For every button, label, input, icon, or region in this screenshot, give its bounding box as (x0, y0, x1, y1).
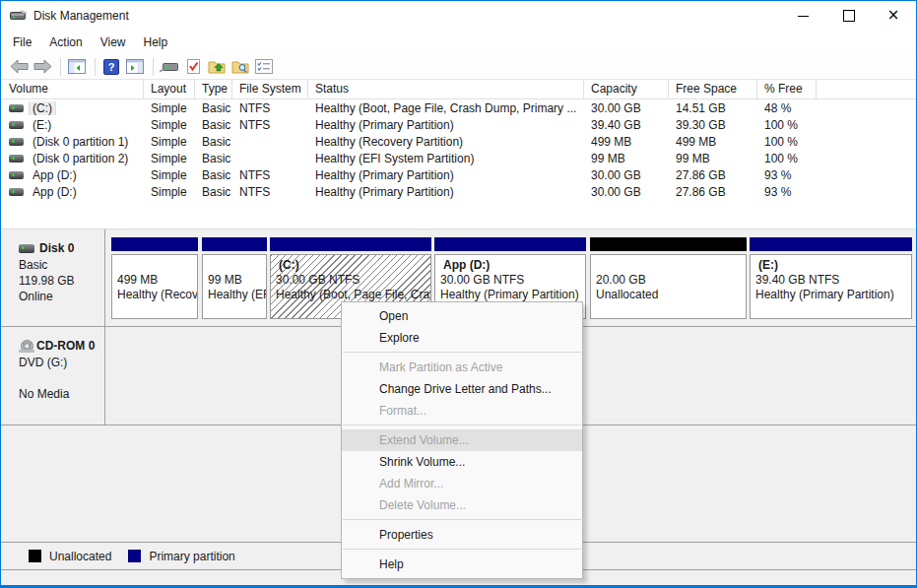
menu-item-explore[interactable]: Explore (342, 327, 582, 349)
cell-capacity: 30.00 GB (584, 101, 669, 115)
partition-name: App (D:) (440, 258, 585, 273)
column-header-capacity[interactable]: Capacity (584, 80, 669, 98)
cell-pct-free: 100 % (757, 118, 817, 132)
column-header-type[interactable]: Type (195, 80, 232, 98)
cell-pct-free: 93 % (757, 185, 817, 199)
cell-pct-free: 100 % (757, 152, 817, 165)
cell-pct-free: 100 % (757, 135, 817, 149)
menu-bar: FileActionViewHelp (1, 31, 916, 54)
legend-swatch (128, 550, 141, 562)
legend-item: Primary partition (128, 550, 234, 563)
column-header-file-system[interactable]: File System (232, 80, 308, 98)
cell-status: Healthy (Recovery Partition) (308, 135, 584, 149)
cell-type: Basic (195, 101, 232, 115)
partition-size: 499 MB (117, 273, 197, 288)
partition-efi[interactable]: 99 MBHealthy (EFI System Partition) (202, 237, 267, 319)
cell-type: Basic (195, 185, 232, 199)
disk-status: Online (19, 289, 100, 304)
partition-box[interactable]: (E:)39.40 GB NTFSHealthy (Primary Partit… (750, 254, 912, 319)
column-header--free[interactable]: % Free (757, 80, 817, 98)
cell-layout: Simple (144, 101, 195, 115)
cell-file-system: NTFS (232, 101, 308, 115)
cell-type: Basic (195, 152, 232, 165)
show-console-tree-icon[interactable] (66, 57, 88, 77)
title-bar: Disk Management × (1, 1, 916, 31)
folder-search-icon[interactable] (229, 57, 251, 77)
volume-row[interactable]: (Disk 0 partition 1)SimpleBasicHealthy (… (1, 133, 916, 150)
view-options-icon[interactable] (253, 57, 275, 77)
back-icon[interactable] (8, 57, 30, 77)
partition-box[interactable]: 499 MBHealthy (Recovery Partition) (111, 254, 198, 319)
menu-item-mark-partition-as-active[interactable]: Mark Partition as Active (342, 357, 582, 378)
folder-up-icon[interactable] (206, 57, 228, 77)
disk-0-panel[interactable]: Disk 0 Basic 119.98 GB Online (7, 229, 105, 326)
partition-e[interactable]: (E:)39.40 GB NTFSHealthy (Primary Partit… (750, 237, 912, 319)
cell-file-system: NTFS (232, 118, 308, 132)
cell-volume: (E:) (1, 118, 144, 132)
volume-row[interactable]: (Disk 0 partition 2)SimpleBasicHealthy (… (1, 150, 916, 166)
maximize-button[interactable] (825, 1, 871, 31)
volume-row[interactable]: App (D:)SimpleBasicNTFSHealthy (Primary … (1, 183, 916, 200)
cell-capacity: 30.00 GB (584, 185, 669, 199)
volume-row[interactable]: (E:)SimpleBasicNTFSHealthy (Primary Part… (1, 116, 916, 133)
volume-label: (E:) (30, 118, 54, 132)
toolbar: ? (1, 54, 916, 80)
volume-row[interactable]: App (D:)SimpleBasicNTFSHealthy (Primary … (1, 166, 916, 183)
menu-item-format[interactable]: Format... (342, 400, 582, 422)
partition-name (208, 258, 266, 273)
volume-row[interactable]: (C:)SimpleBasicNTFSHealthy (Boot, Page F… (1, 99, 916, 116)
partition-status: Unallocated (596, 288, 746, 302)
column-header-status[interactable]: Status (308, 80, 584, 98)
close-button[interactable]: × (871, 1, 916, 31)
menu-item-change-drive-letter-and-paths[interactable]: Change Drive Letter and Paths... (342, 378, 582, 400)
partition-color-strip (111, 237, 198, 251)
cell-free-space: 14.51 GB (669, 101, 757, 115)
partition-recovery[interactable]: 499 MBHealthy (Recovery Partition) (111, 237, 198, 319)
column-header-free-space[interactable]: Free Space (669, 80, 757, 98)
partition-box[interactable]: 99 MBHealthy (EFI System Partition) (202, 254, 267, 319)
partition-box[interactable]: 20.00 GBUnallocated (590, 254, 747, 319)
menu-help[interactable]: Help (135, 33, 177, 52)
svg-text:?: ? (108, 61, 115, 73)
partition-unallocated[interactable]: 20.00 GBUnallocated (590, 237, 747, 319)
cell-status: Healthy (Boot, Page File, Crash Dump, Pr… (308, 101, 584, 115)
forward-icon[interactable] (32, 57, 53, 77)
menu-item-add-mirror[interactable]: Add Mirror... (342, 473, 582, 494)
partition-color-strip (590, 237, 747, 251)
column-header-volume[interactable]: Volume (1, 80, 144, 98)
cell-free-space: 499 MB (669, 135, 757, 149)
menu-item-extend-volume[interactable]: Extend Volume... (342, 429, 582, 451)
context-menu: OpenExploreMark Partition as ActiveChang… (341, 301, 583, 579)
minimize-button[interactable] (780, 1, 825, 31)
menu-item-open[interactable]: Open (342, 305, 582, 327)
menu-file[interactable]: File (4, 33, 40, 52)
partition-status: Healthy (Recovery Partition) (117, 288, 197, 302)
menu-view[interactable]: View (92, 33, 135, 52)
cdrom-drive-letter: DVD (G:) (19, 355, 100, 370)
cell-volume: (Disk 0 partition 1) (1, 135, 144, 149)
partition-size: 20.00 GB (596, 273, 746, 288)
menu-item-help[interactable]: Help (342, 554, 582, 575)
cell-pct-free: 48 % (757, 101, 817, 115)
cell-free-space: 27.86 GB (669, 168, 757, 182)
partition-color-strip (202, 237, 267, 251)
partition-color-strip (434, 237, 586, 251)
cell-free-space: 27.86 GB (669, 185, 757, 199)
show-action-pane-icon[interactable] (124, 57, 146, 77)
partition-size: 39.40 GB NTFS (755, 273, 911, 288)
help-icon[interactable]: ? (100, 57, 122, 77)
menu-item-properties[interactable]: Properties (342, 524, 582, 546)
volume-drive-icon (9, 188, 24, 196)
column-header-layout[interactable]: Layout (144, 80, 195, 98)
partition-name (117, 258, 197, 273)
cdrom-panel[interactable]: CD-ROM 0 DVD (G:) No Media (7, 327, 105, 425)
menu-separator (343, 352, 581, 353)
cell-layout: Simple (144, 135, 195, 149)
cell-capacity: 499 MB (584, 135, 669, 149)
partition-status: Healthy (Primary Partition) (755, 288, 911, 302)
menu-item-delete-volume[interactable]: Delete Volume... (342, 494, 582, 516)
drive-tool-icon[interactable] (159, 57, 180, 77)
menu-action[interactable]: Action (40, 33, 91, 52)
menu-item-shrink-volume[interactable]: Shrink Volume... (342, 451, 582, 473)
document-check-icon[interactable] (182, 57, 204, 77)
